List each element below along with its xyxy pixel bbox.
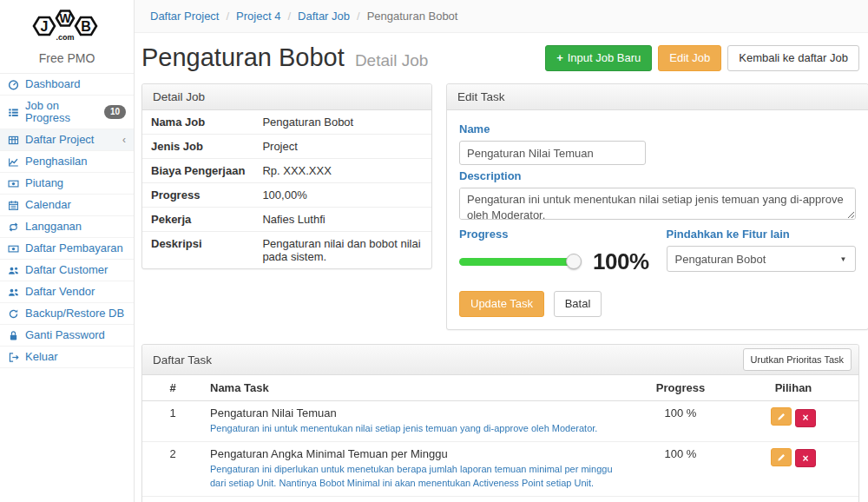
task-progress: 100 % (633, 441, 728, 496)
task-progress: 100 % (633, 401, 728, 442)
page-header: Pengaturan Bobot Detail Job + Input Job … (141, 43, 859, 72)
description-label: Description (459, 169, 856, 182)
daftar-task-heading: Daftar Task Urutkan Prioritas Task (142, 345, 858, 375)
detail-row-pekerja: PekerjaNafies Luthfi (142, 208, 431, 232)
task-row: 1Pengaturan Nilai TemuanPengaturan ini u… (142, 401, 858, 442)
users-icon (8, 265, 21, 276)
calendar-icon (8, 200, 21, 211)
page-title: Pengaturan Bobot Detail Job (141, 43, 428, 72)
task-progress: 100 % (633, 496, 728, 502)
detail-label: Deskripsi (142, 232, 253, 269)
sidebar-item-daftar-vendor[interactable]: Daftar Vendor (0, 281, 134, 303)
breadcrumb-separator: / (287, 10, 291, 23)
sidebar-item-label: Backup/Restore DB (25, 307, 124, 320)
detail-value: Pengaturan nilai dan bobot nilai pada si… (253, 232, 431, 269)
delete-task-row-button[interactable]: × (795, 409, 816, 427)
header-buttons: + Input Job Baru Edit Job Kembali ke daf… (539, 45, 859, 71)
edit-task-row-button[interactable] (771, 407, 792, 426)
detail-row-nama-job: Nama JobPengaturan Bobot (142, 110, 431, 135)
sidebar-item-label: Daftar Pembayaran (25, 242, 123, 254)
update-task-button[interactable]: Update Task (459, 291, 544, 317)
breadcrumb-separator: / (226, 10, 229, 23)
table-icon (8, 135, 21, 146)
task-description-textarea[interactable]: Pengaturan ini untuk menentukan nilai se… (459, 188, 856, 220)
sidebar-item-daftar-customer[interactable]: Daftar Customer (0, 260, 134, 281)
progress-slider-handle[interactable] (566, 254, 582, 269)
sidebar-item-calendar[interactable]: Calendar (0, 195, 134, 216)
column-header-pilihan: Pilihan (728, 375, 858, 401)
progress-slider[interactable] (459, 258, 574, 266)
task-number: 1 (142, 401, 203, 442)
sidebar-item-penghasilan[interactable]: Penghasilan (0, 151, 134, 173)
task-name-input[interactable] (459, 141, 646, 165)
urutkan-prioritas-task-button-top[interactable]: Urutkan Prioritas Task (743, 348, 852, 371)
kembali-ke-daftar-job-button[interactable]: Kembali ke daftar Job (727, 45, 859, 71)
sidebar-item-label: Daftar Project (25, 134, 94, 146)
move-feature-select[interactable]: Pengaturan Bobot ▼ (667, 246, 856, 272)
sidebar-item-label: Ganti Password (25, 329, 105, 341)
detail-label: Biaya Pengerjaan (142, 159, 253, 183)
column-header-progress: Progress (633, 375, 728, 401)
sidebar-item-job-on-progress[interactable]: Job on Progress10 (0, 96, 134, 129)
sidebar-item-label: Daftar Vendor (25, 286, 95, 298)
detail-label: Pekerja (142, 208, 253, 232)
sidebar-item-keluar[interactable]: Keluar (0, 347, 134, 368)
refresh-icon (8, 308, 21, 320)
sidebar-item-backup-restore-db[interactable]: Backup/Restore DB (0, 303, 134, 325)
detail-value: Project (253, 135, 431, 159)
input-job-baru-button[interactable]: + Input Job Baru (545, 45, 652, 71)
count-badge: 10 (104, 105, 126, 119)
column-header-nama-task: Nama Task (203, 375, 633, 401)
breadcrumb-link-project-4[interactable]: Project 4 (236, 10, 280, 23)
breadcrumb-link-daftar-project[interactable]: Daftar Project (150, 10, 219, 23)
sidebar-item-label: Dashboard (25, 78, 81, 90)
delete-task-row-button[interactable]: × (795, 449, 816, 467)
sidebar-item-daftar-pembayaran[interactable]: Daftar Pembayaran (0, 238, 134, 260)
breadcrumb-link-daftar-job[interactable]: Daftar Job (298, 10, 350, 23)
batal-button[interactable]: Batal (554, 291, 602, 317)
move-feature-selected-value: Pengaturan Bobot (675, 253, 766, 266)
sidebar-item-langganan[interactable]: Langganan (0, 216, 134, 238)
detail-label: Jenis Job (142, 135, 253, 159)
edit-task-body: Name Description Pengaturan ini untuk me… (447, 110, 868, 329)
logo-letter-b: B (81, 19, 91, 34)
sidebar-item-label: Daftar Customer (25, 264, 108, 276)
daftar-task-panel: Daftar Task Urutkan Prioritas Task # Nam… (141, 344, 859, 502)
move-feature-label: Pindahkan ke Fitur lain (667, 228, 856, 241)
breadcrumb: Daftar Project/Project 4/Daftar Job/Peng… (135, 0, 868, 33)
detail-job-table: Nama JobPengaturan BobotJenis JobProject… (142, 110, 431, 268)
plus-icon: + (556, 51, 563, 65)
chart-icon (8, 156, 21, 168)
panels-row: Detail Job Nama JobPengaturan BobotJenis… (141, 83, 859, 330)
app-root: J W B .com Free PMO DashboardJob on Prog… (0, 0, 868, 502)
sidebar-item-label: Langganan (25, 221, 82, 233)
detail-row-progress: Progress100,00% (142, 183, 431, 208)
task-number: 2 (142, 441, 203, 496)
repeat-icon (8, 221, 21, 233)
detail-row-biaya-pengerjaan: Biaya PengerjaanRp. XXX.XXX (142, 159, 431, 183)
jwb-logo: J W B .com (25, 6, 108, 46)
task-number: 3 (142, 496, 203, 502)
task-description: Pengaturan ini diperlukan untuk menetuka… (210, 463, 626, 491)
page-subtitle: Detail Job (355, 51, 429, 69)
column-header-num: # (142, 375, 203, 401)
progress-value: 100% (593, 248, 649, 275)
name-label: Name (459, 122, 856, 135)
sidebar: J W B .com Free PMO DashboardJob on Prog… (0, 0, 135, 502)
lock-icon (8, 330, 21, 341)
task-description: Pengaturan ini untuk menentukan nilai se… (210, 422, 626, 436)
progress-label: Progress (459, 228, 649, 241)
sidebar-item-daftar-project[interactable]: Daftar Project‹ (0, 129, 134, 151)
money-icon (8, 178, 21, 189)
sidebar-menu: DashboardJob on Progress10Daftar Project… (0, 73, 134, 368)
edit-task-lower-row: Progress 100% Update Task Batal (459, 223, 856, 317)
money-icon (8, 243, 21, 254)
sidebar-item-dashboard[interactable]: Dashboard (0, 74, 134, 96)
task-row: 3Pengaturan Bobot Activeness Point vs Ef… (142, 496, 858, 502)
detail-value: Rp. XXX.XXX (253, 159, 431, 183)
dashboard-icon (8, 79, 21, 90)
sidebar-item-piutang[interactable]: Piutang (0, 173, 134, 195)
edit-job-button[interactable]: Edit Job (658, 45, 721, 71)
edit-task-row-button[interactable] (771, 448, 792, 466)
sidebar-item-ganti-password[interactable]: Ganti Password (0, 325, 134, 347)
